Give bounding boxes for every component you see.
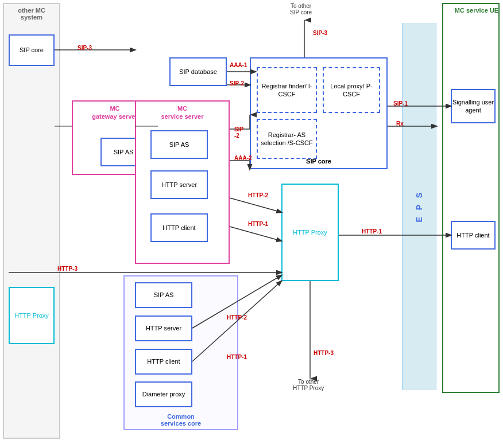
label-rx: Rx [396,120,404,127]
common-services-label: Commonservices core [141,413,221,427]
label-http3-left: HTTP-3 [57,266,78,272]
label-http1-main: HTTP-1 [248,221,268,227]
http-client-common: HTTP client [135,349,192,375]
other-mc-region [3,3,60,439]
label-sip2: SIP-2 [230,80,244,87]
label-to-other-http: To otherHTTP Proxy [293,379,324,391]
label-http1-ue: HTTP-1 [362,228,382,235]
eps-label: E P S [415,190,424,223]
http-server-common: HTTP server [135,315,192,341]
http-proxy-left: HTTP Proxy [9,287,55,344]
label-aaa1: AAA-1 [230,62,247,68]
http-server-service: HTTP server [150,170,208,199]
sip-as-service: SIP AS [150,130,208,159]
other-mc-label: other MCsystem [6,7,57,21]
mc-service-ue-region [442,3,500,393]
http-client-service: HTTP client [150,213,208,242]
label-http3-bottom: HTTP-3 [314,350,334,356]
local-proxy: Local proxy/ P-CSCF [323,67,380,113]
label-sip1: SIP-1 [393,100,408,107]
registrar-as: Registrar- AS selection /S-CSCF [257,119,317,159]
sip-core-main: SIP core Registrar finder/ I-CSCF Local … [250,57,388,169]
eps-bar: E P S [402,23,436,390]
mc-service-server: MCservice server SIP AS HTTP server HTTP… [135,100,230,264]
signalling-ua: Signalling user agent [451,89,496,123]
label-sip-2b: SIP-2 [234,126,243,139]
mc-service-server-label: MCservice server [136,104,229,121]
svg-line-10 [230,198,281,212]
mc-service-ue-label: MC service UE [454,7,500,14]
sip-database: SIP database [169,57,227,86]
registrar-finder: Registrar finder/ I-CSCF [257,67,317,113]
http-proxy-main: HTTP Proxy [281,184,339,281]
label-sip3-left: SIP-3 [78,45,92,51]
sip-core-left: SIP core [9,34,55,66]
label-http2-main: HTTP-2 [248,192,268,198]
sip-as-common: SIP AS [135,282,192,308]
label-to-other-sip: To otherSIP core [290,3,312,15]
label-aaa2: AAA-2 [234,155,252,161]
label-http2-common: HTTP-2 [227,314,247,321]
label-sip3-top: SIP-3 [313,30,327,36]
svg-line-11 [230,227,281,241]
label-http1-common: HTTP-1 [227,354,247,360]
diameter-proxy: Diameter proxy [135,381,192,407]
http-client-ue: HTTP client [451,221,496,250]
diagram-container: other MCsystem MC service UE E P S SIP c… [0,0,503,448]
